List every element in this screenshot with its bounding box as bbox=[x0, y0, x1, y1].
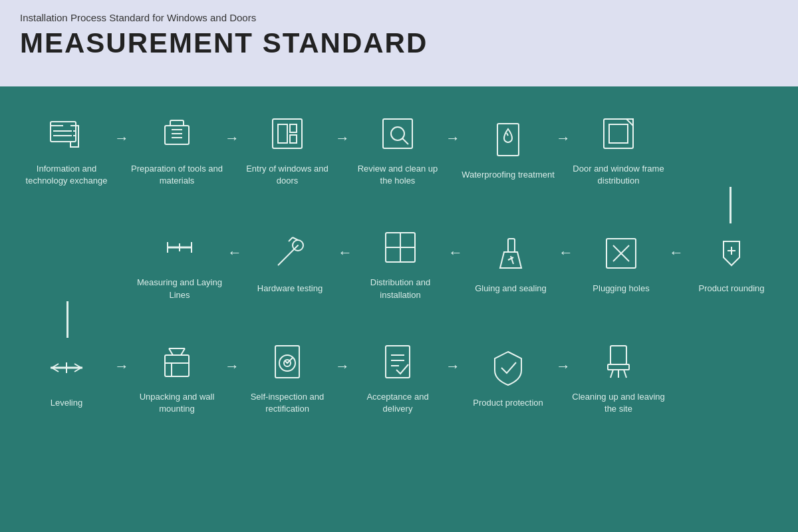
entry-windows-icon bbox=[263, 110, 311, 158]
step-label: Door and window frame distribution bbox=[572, 163, 665, 187]
step-distribution-install: Distribution and installation bbox=[354, 223, 447, 301]
svg-line-36 bbox=[293, 237, 298, 240]
unpacking-icon bbox=[153, 338, 201, 386]
acceptance-icon bbox=[374, 338, 422, 386]
step-label: Leveling bbox=[51, 397, 82, 409]
svg-rect-54 bbox=[386, 346, 410, 378]
step-unpacking: Unpacking and wall mounting bbox=[130, 338, 223, 415]
step-label: Gluing and sealing bbox=[475, 283, 547, 295]
header-subtitle: Installation Process Standard for Window… bbox=[20, 12, 778, 23]
measuring-icon bbox=[156, 223, 203, 271]
step-label: Self-inspection and rectification bbox=[241, 391, 334, 415]
svg-rect-58 bbox=[610, 346, 626, 364]
step-label: Plugging holes bbox=[593, 283, 649, 295]
svg-rect-47 bbox=[165, 355, 189, 376]
step-measuring: Measuring and Laying Lines bbox=[133, 223, 226, 301]
arrow-row3-1: → bbox=[114, 358, 129, 375]
arrow-left-4: ← bbox=[338, 244, 352, 261]
step-label: Product rounding bbox=[698, 283, 764, 295]
product-protection-icon bbox=[484, 344, 532, 392]
step-product-protection: Product protection bbox=[462, 344, 555, 409]
arrow-3: → bbox=[335, 130, 350, 147]
arrow-left-2: ← bbox=[559, 244, 573, 261]
arrow-left-5: ← bbox=[227, 244, 242, 261]
step-label: Information and technology exchange bbox=[20, 163, 113, 187]
svg-line-17 bbox=[507, 133, 508, 136]
step-acceptance: Acceptance and delivery bbox=[351, 338, 444, 415]
step-info-exchange: Information and technology exchange bbox=[20, 110, 113, 187]
info-exchange-icon bbox=[43, 110, 90, 158]
step-self-inspection: Self-inspection and rectification bbox=[241, 338, 334, 415]
arrow-5: → bbox=[556, 130, 571, 147]
svg-rect-19 bbox=[609, 124, 628, 143]
arrow-2: → bbox=[225, 130, 239, 147]
svg-line-62 bbox=[624, 370, 626, 378]
gluing-icon bbox=[487, 229, 535, 277]
step-label: Cleaning up and leaving the site bbox=[572, 391, 665, 415]
arrow-left-1: ← bbox=[669, 244, 684, 261]
step-cleaning-up: Cleaning up and leaving the site bbox=[572, 338, 665, 415]
step-gluing: Gluing and sealing bbox=[464, 229, 557, 295]
step-label: Acceptance and delivery bbox=[351, 391, 444, 415]
arrow-1: → bbox=[114, 130, 129, 147]
svg-rect-5 bbox=[165, 126, 189, 144]
step-hardware-testing: Hardware testing bbox=[243, 229, 336, 295]
arrow-row3-2: → bbox=[225, 358, 239, 375]
step-waterproofing: Waterproofing treatment bbox=[462, 116, 555, 181]
step-label: Hardware testing bbox=[257, 283, 323, 295]
step-label: Entry of windows and doors bbox=[241, 163, 334, 187]
svg-line-15 bbox=[402, 138, 408, 144]
svg-rect-10 bbox=[278, 124, 287, 143]
leveling-icon bbox=[43, 344, 90, 392]
header-title: MEASUREMENT STANDARD bbox=[20, 27, 778, 59]
arrow-row3-5: → bbox=[556, 358, 571, 375]
arrow-left-3: ← bbox=[448, 244, 463, 261]
review-holes-icon bbox=[374, 110, 422, 158]
step-preparation: Preparation of tools and materials bbox=[130, 110, 223, 187]
waterproofing-icon bbox=[484, 116, 532, 164]
svg-rect-12 bbox=[290, 135, 297, 143]
arrow-row3-3: → bbox=[335, 358, 350, 375]
step-label: Distribution and installation bbox=[354, 277, 447, 301]
step-entry-windows: Entry of windows and doors bbox=[241, 110, 334, 187]
svg-rect-59 bbox=[608, 364, 629, 370]
svg-line-48 bbox=[169, 348, 173, 355]
process-row-1: Information and technology exchange → Pr… bbox=[20, 110, 778, 187]
cleaning-up-icon bbox=[595, 338, 642, 386]
product-rounding-icon bbox=[708, 229, 755, 277]
step-label: Measuring and Laying Lines bbox=[133, 277, 226, 301]
step-label: Unpacking and wall mounting bbox=[130, 391, 223, 415]
svg-line-49 bbox=[181, 348, 185, 355]
preparation-icon bbox=[153, 110, 201, 158]
arrow-row3-4: → bbox=[446, 358, 460, 375]
svg-line-35 bbox=[289, 237, 293, 241]
step-plugging-holes: Plugging holes bbox=[575, 229, 668, 295]
svg-line-34 bbox=[278, 261, 282, 265]
plugging-holes-icon bbox=[597, 229, 645, 277]
self-inspection-icon bbox=[263, 338, 311, 386]
main-content: Information and technology exchange → Pr… bbox=[0, 86, 798, 532]
svg-rect-18 bbox=[604, 119, 633, 148]
step-leveling: Leveling bbox=[20, 344, 113, 409]
process-row-3: Leveling → Unpacking and wall mounting →… bbox=[20, 338, 778, 415]
svg-rect-11 bbox=[290, 124, 297, 132]
svg-rect-26 bbox=[508, 239, 515, 252]
hardware-testing-icon bbox=[266, 229, 314, 277]
distribution-install-icon bbox=[376, 223, 424, 271]
svg-line-60 bbox=[610, 370, 613, 378]
svg-line-32 bbox=[282, 245, 298, 261]
frame-distribution-icon bbox=[595, 110, 642, 158]
step-review-holes: Review and clean up the holes bbox=[351, 110, 444, 187]
step-frame-distribution: Door and window frame distribution bbox=[572, 110, 665, 187]
step-label: Review and clean up the holes bbox=[351, 163, 444, 187]
step-product-rounding: Product rounding bbox=[685, 229, 778, 295]
arrow-4: → bbox=[446, 130, 460, 147]
step-label: Product protection bbox=[473, 397, 543, 409]
step-label: Waterproofing treatment bbox=[462, 169, 555, 181]
step-label: Preparation of tools and materials bbox=[130, 163, 223, 187]
header: Installation Process Standard for Window… bbox=[0, 0, 798, 86]
process-row-2: Product rounding ← Plugging holes ← Glui… bbox=[20, 223, 778, 301]
